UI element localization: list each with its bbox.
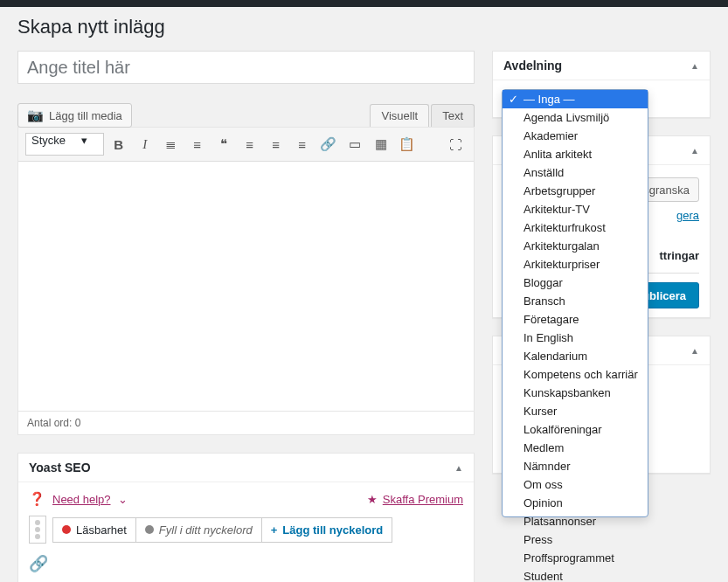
yoast-title: Yoast SEO (29, 461, 91, 475)
number-list-button[interactable]: ≡ (186, 133, 209, 156)
avdelning-option[interactable]: Bransch (503, 292, 648, 310)
edit-link[interactable]: gera (676, 209, 699, 222)
avdelning-option[interactable]: Kurser (503, 402, 648, 420)
avdelning-option[interactable]: Anlita arkitekt (503, 145, 648, 163)
align-left-button[interactable]: ≡ (239, 133, 261, 156)
keyword-tab[interactable]: Fyll i ditt nyckelord (135, 517, 262, 543)
plus-icon: + (271, 523, 278, 537)
avdelning-option[interactable]: Arkitekturfrukost (503, 218, 648, 237)
collapse-icon: ▲ (690, 61, 699, 71)
status-dot-red-icon (62, 525, 71, 534)
link-button[interactable]: 🔗 (317, 133, 340, 156)
avdelning-option[interactable]: Opinion (503, 494, 648, 512)
avdelning-option[interactable]: Kompetens och karriär (503, 365, 648, 384)
avdelning-option[interactable]: Kalendarium (503, 347, 648, 365)
collapse-icon: ▲ (690, 146, 699, 156)
avdelning-dropdown[interactable]: — Inga —Agenda LivsmiljöAkademierAnlita … (502, 89, 648, 517)
status-dot-gray-icon (145, 525, 154, 534)
avdelning-option[interactable]: Agenda Livsmiljö (503, 108, 648, 127)
collapse-icon: ▲ (454, 463, 463, 473)
bold-button[interactable]: B (107, 133, 130, 156)
edit-link-2[interactable] (696, 229, 699, 242)
tab-text[interactable]: Text (431, 104, 475, 127)
avdelning-option[interactable]: Arkitekturgalan (503, 237, 648, 255)
paragraph-format-select[interactable]: Stycke ▾ (25, 133, 104, 156)
chevron-down-icon[interactable]: ⌄ (118, 493, 128, 506)
collapse-icon: ▲ (690, 346, 699, 356)
avdelning-option[interactable]: Anställd (503, 163, 648, 182)
add-keyword-tab[interactable]: + Lägg till nyckelord (261, 517, 392, 543)
word-count: Antal ord: 0 (18, 411, 474, 434)
fullscreen-button[interactable]: ⛶ (444, 133, 467, 156)
avdelning-title: Avdelning (503, 59, 562, 73)
read-more-button[interactable]: ▭ (343, 133, 366, 156)
paste-button[interactable]: 📋 (396, 133, 419, 156)
avdelning-option[interactable]: Arkitektur-TV (503, 200, 648, 218)
align-center-button[interactable]: ≡ (265, 133, 288, 156)
page-title: Skapa nytt inlägg (17, 16, 711, 38)
avdelning-option[interactable]: Företagare (503, 310, 648, 329)
help-icon: ❓ (29, 491, 45, 507)
avdelning-option[interactable]: — Inga — (503, 90, 648, 108)
avdelning-option[interactable]: Platsannonser (503, 512, 648, 530)
premium-link[interactable]: Skaffa Premium (383, 493, 463, 506)
add-media-label: Lägg till media (49, 109, 122, 122)
avdelning-option[interactable]: Press (503, 530, 648, 549)
editor-content-area[interactable] (18, 162, 474, 411)
avdelning-option[interactable]: Bloggar (503, 274, 648, 292)
avdelning-option[interactable]: Student (503, 567, 648, 582)
yoast-panel-header[interactable]: Yoast SEO ▲ (18, 454, 474, 482)
editor-toolbar: Stycke ▾ B I ≣ ≡ ❝ ≡ ≡ ≡ 🔗 ▭ ▦ 📋 ⛶ (18, 128, 474, 162)
avdelning-option[interactable]: Proffsprogrammet (503, 549, 648, 567)
bullet-list-button[interactable]: ≣ (160, 133, 183, 156)
avdelning-option[interactable]: In English (503, 329, 648, 347)
toolbar-toggle-button[interactable]: ▦ (370, 133, 392, 156)
align-right-button[interactable]: ≡ (291, 133, 314, 156)
share-icon[interactable]: 🔗 (29, 554, 48, 573)
readability-tab[interactable]: Läsbarhet (52, 517, 136, 543)
avdelning-option[interactable]: Akademier (503, 127, 648, 145)
avdelning-option[interactable]: Lokalföreningar (503, 420, 648, 439)
post-title-input[interactable] (17, 51, 475, 84)
publish-row-text: ttringar (660, 249, 700, 262)
need-help-link[interactable]: Need help? (52, 493, 111, 506)
traffic-light-icon (29, 516, 46, 544)
avdelning-option[interactable]: Medlem (503, 439, 648, 457)
tab-visual[interactable]: Visuellt (370, 104, 429, 127)
avdelning-option[interactable]: Om oss (503, 475, 648, 494)
avdelning-option[interactable]: Arbetsgrupper (503, 182, 648, 200)
star-icon: ★ (367, 493, 378, 506)
camera-music-icon: 📷 (27, 107, 44, 123)
add-media-button[interactable]: 📷 Lägg till media (17, 103, 132, 128)
blockquote-button[interactable]: ❝ (212, 133, 235, 156)
italic-button[interactable]: I (134, 133, 156, 156)
chevron-down-icon: ▾ (81, 134, 87, 147)
avdelning-option[interactable]: Arkitekturpriser (503, 255, 648, 274)
avdelning-option[interactable]: Nämnder (503, 457, 648, 475)
avdelning-panel-header[interactable]: Avdelning ▲ (493, 52, 710, 80)
avdelning-option[interactable]: Kunskapsbanken (503, 384, 648, 402)
